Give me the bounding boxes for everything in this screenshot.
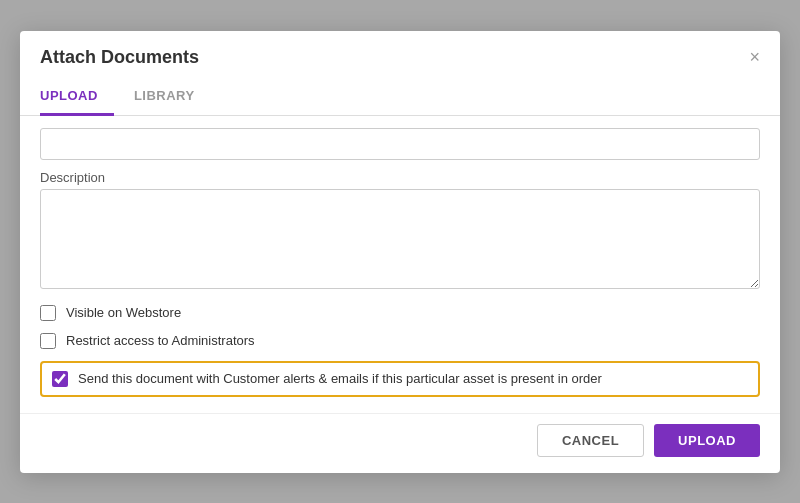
modal-footer: CANCEL UPLOAD xyxy=(20,413,780,473)
upload-button[interactable]: UPLOAD xyxy=(654,424,760,457)
restrict-admin-label: Restrict access to Administrators xyxy=(66,333,255,348)
modal-overlay: Attach Documents × UPLOAD LIBRARY Descri… xyxy=(0,0,800,503)
description-textarea[interactable] xyxy=(40,189,760,289)
visible-webstore-row: Visible on Webstore xyxy=(40,305,760,321)
close-button[interactable]: × xyxy=(749,48,760,66)
restrict-admin-checkbox[interactable] xyxy=(40,333,56,349)
visible-webstore-checkbox[interactable] xyxy=(40,305,56,321)
cancel-button[interactable]: CANCEL xyxy=(537,424,644,457)
modal-header: Attach Documents × xyxy=(20,31,780,68)
send-customer-alerts-checkbox[interactable] xyxy=(52,371,68,387)
modal-title: Attach Documents xyxy=(40,47,199,68)
send-customer-alerts-row: Send this document with Customer alerts … xyxy=(40,361,760,397)
top-input-field[interactable] xyxy=(40,128,760,160)
attach-documents-modal: Attach Documents × UPLOAD LIBRARY Descri… xyxy=(20,31,780,473)
tab-upload[interactable]: UPLOAD xyxy=(40,80,114,116)
tabs-container: UPLOAD LIBRARY xyxy=(20,80,780,116)
visible-webstore-label: Visible on Webstore xyxy=(66,305,181,320)
tab-library[interactable]: LIBRARY xyxy=(134,80,211,116)
description-label: Description xyxy=(40,170,760,185)
restrict-admin-row: Restrict access to Administrators xyxy=(40,333,760,349)
modal-body: Description Visible on Webstore Restrict… xyxy=(20,116,780,413)
send-customer-alerts-label: Send this document with Customer alerts … xyxy=(78,371,602,386)
